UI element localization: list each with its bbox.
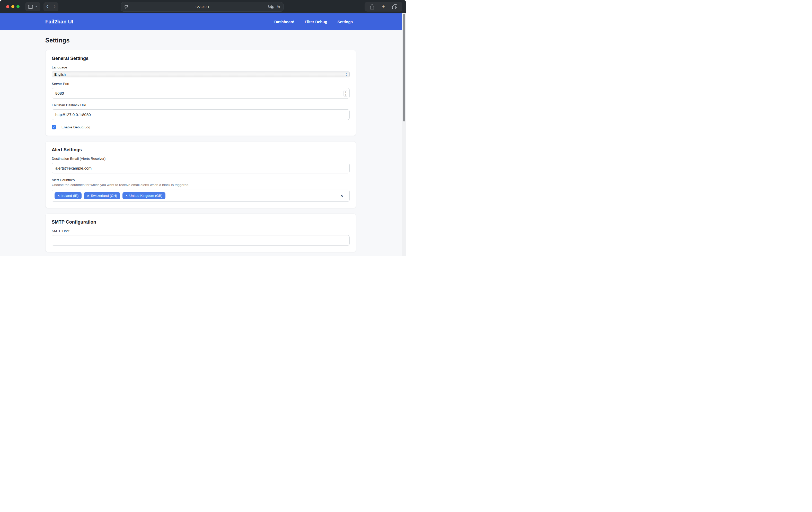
minimize-window-button[interactable]: [11, 5, 14, 8]
tab-overview-icon[interactable]: [392, 4, 397, 9]
scrollbar-track[interactable]: [402, 13, 406, 256]
debug-log-checkbox[interactable]: ✓: [52, 125, 56, 130]
alert-settings-title: Alert Settings: [52, 147, 350, 152]
svg-text:A: A: [269, 5, 271, 8]
callback-url-input[interactable]: [52, 109, 350, 120]
sidebar-icon[interactable]: [28, 5, 33, 9]
country-tag-label: Ireland (IE): [61, 194, 79, 198]
clear-selection-icon[interactable]: ✕: [340, 194, 347, 198]
destination-email-label: Destination Email (Alerts Receiver): [52, 157, 350, 161]
check-icon: ✓: [53, 125, 55, 129]
country-tag: × Switzerland (CH): [84, 192, 120, 199]
select-arrows-icon: ▲ ▼: [346, 73, 347, 76]
nav-links: Dashboard Filter Debug Settings: [274, 20, 353, 24]
alert-countries-help: Choose the countries for which you want …: [52, 183, 350, 187]
smtp-host-label: SMTP Host: [52, 229, 350, 233]
address-bar[interactable]: 127.0.0.1 A x ↻: [121, 2, 284, 11]
alert-countries-multiselect[interactable]: × Ireland (IE) × Switzerland (CH) × Unit…: [52, 190, 350, 202]
callback-url-label: Fail2ban Callback URL: [52, 103, 350, 107]
page-content: Settings General Settings Language Engli…: [0, 30, 406, 256]
smtp-host-input[interactable]: [52, 235, 350, 246]
alert-countries-label: Alert Countries: [52, 178, 350, 182]
history-nav-group: ‹ ›: [44, 2, 58, 11]
app-navbar: Fail2ban UI Dashboard Filter Debug Setti…: [0, 13, 406, 30]
page-settings-icon[interactable]: [124, 5, 128, 9]
language-select[interactable]: English ▲ ▼: [52, 72, 350, 77]
remove-tag-icon[interactable]: ×: [87, 194, 89, 198]
nav-link-settings[interactable]: Settings: [338, 20, 353, 24]
toolbar-actions-group: +: [365, 2, 402, 11]
server-port-label: Server Port: [52, 82, 350, 86]
country-tag-label: United Kingdom (GB): [129, 194, 162, 198]
general-settings-title: General Settings: [52, 56, 350, 61]
browser-window: ⌄ ‹ › 127.0.0.1 A: [0, 0, 406, 256]
alert-settings-card: Alert Settings Destination Email (Alerts…: [45, 141, 356, 208]
app-brand[interactable]: Fail2ban UI: [45, 19, 73, 25]
new-tab-icon[interactable]: +: [382, 4, 385, 9]
page-title: Settings: [45, 37, 356, 44]
share-icon[interactable]: [370, 4, 374, 9]
zoom-window-button[interactable]: [17, 5, 20, 8]
window-controls: [6, 5, 20, 8]
remove-tag-icon[interactable]: ×: [125, 194, 127, 198]
language-label: Language: [52, 65, 350, 69]
close-window-button[interactable]: [6, 5, 9, 8]
server-port-input[interactable]: [52, 88, 350, 98]
chevron-down-icon[interactable]: ⌄: [35, 5, 37, 7]
country-tag-label: Switzerland (CH): [91, 194, 117, 198]
translate-icon[interactable]: A x: [268, 5, 274, 9]
country-tag: × Ireland (IE): [55, 192, 82, 199]
address-bar-actions: A x ↻: [268, 2, 280, 11]
smtp-configuration-title: SMTP Configuration: [52, 220, 350, 225]
url-text: 127.0.0.1: [121, 5, 283, 9]
general-settings-card: General Settings Language English ▲ ▼ Se…: [45, 50, 356, 136]
smtp-configuration-card: SMTP Configuration SMTP Host: [45, 214, 356, 252]
sidebar-toggle-group: ⌄: [25, 2, 40, 11]
country-tag: × United Kingdom (GB): [122, 192, 166, 199]
forward-icon[interactable]: ›: [54, 4, 56, 9]
browser-toolbar: ⌄ ‹ › 127.0.0.1 A: [0, 0, 406, 13]
number-stepper-icon[interactable]: ∧ ∨: [344, 90, 347, 97]
reload-icon[interactable]: ↻: [277, 5, 280, 9]
nav-link-dashboard[interactable]: Dashboard: [274, 20, 294, 24]
remove-tag-icon[interactable]: ×: [58, 194, 60, 198]
nav-link-filter-debug[interactable]: Filter Debug: [304, 20, 327, 24]
debug-log-label: Enable Debug Log: [61, 125, 90, 129]
svg-text:x: x: [272, 7, 273, 8]
language-select-value: English: [54, 73, 66, 77]
scrollbar-thumb[interactable]: [403, 13, 405, 121]
back-icon[interactable]: ‹: [46, 4, 48, 9]
destination-email-input[interactable]: [52, 163, 350, 173]
